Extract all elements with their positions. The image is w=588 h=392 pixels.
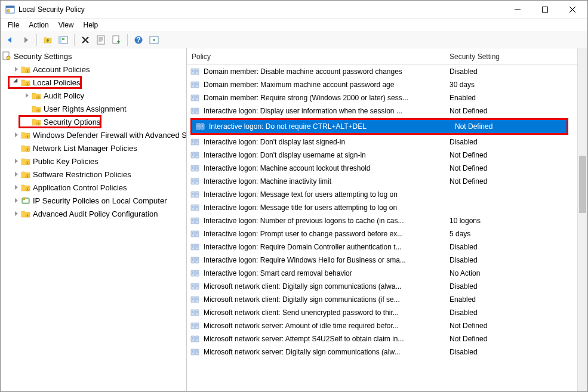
- tree-caret[interactable]: [11, 156, 21, 166]
- back-button[interactable]: [3, 33, 17, 47]
- window-title: Local Security Policy: [19, 5, 504, 14]
- policy-row[interactable]: Interactive logon: Don't display usernam…: [187, 149, 587, 162]
- policy-row[interactable]: Domain member: Disable machine account p…: [187, 65, 587, 78]
- policy-row[interactable]: Microsoft network client: Send unencrypt…: [187, 306, 587, 319]
- policy-row[interactable]: Microsoft network server: Digitally sign…: [187, 345, 587, 359]
- policy-row[interactable]: Interactive logon: Machine inactivity li…: [187, 175, 587, 188]
- properties-button[interactable]: [94, 33, 108, 47]
- policy-row[interactable]: Domain member: Require strong (Windows 2…: [187, 91, 587, 104]
- tree-node-account-policies[interactable]: Account Policies: [1, 63, 186, 76]
- policy-name: Microsoft network server: Attempt S4U2Se…: [204, 335, 445, 343]
- policy-setting: Disabled: [445, 256, 587, 264]
- policy-icon: [190, 80, 200, 89]
- policy-row[interactable]: Microsoft network client: Digitally sign…: [187, 280, 587, 293]
- policy-row[interactable]: Interactive logon: Message text for user…: [187, 188, 587, 201]
- policy-setting: 5 days: [445, 230, 587, 238]
- tree-node-ip-security-policies-on-local-computer[interactable]: IP Security Policies on Local Computer: [1, 194, 186, 207]
- tree-node-advanced-audit-policy-configuration[interactable]: Advanced Audit Policy Configuration: [1, 207, 186, 220]
- export-list-button[interactable]: [109, 33, 124, 47]
- policy-row[interactable]: Interactive logon: Don't display last si…: [187, 135, 587, 149]
- help-button[interactable]: ?: [131, 33, 146, 47]
- tree-node-public-key-policies[interactable]: Public Key Policies: [1, 155, 186, 168]
- list-panel[interactable]: Policy Security Setting Domain member: D…: [187, 48, 587, 391]
- tree-node-network-list-manager-policies[interactable]: Network List Manager Policies: [1, 141, 186, 155]
- svg-rect-3: [543, 7, 548, 12]
- tree-node-security-options[interactable]: Security Options: [1, 115, 186, 128]
- forward-button[interactable]: [19, 33, 33, 47]
- annotation-highlight: Interactive logon: Do not require CTRL+A…: [190, 118, 568, 135]
- svg-rect-1: [6, 6, 14, 8]
- delete-button[interactable]: [78, 33, 93, 47]
- tree-node-label: Public Key Policies: [33, 157, 98, 166]
- tree-caret[interactable]: [11, 169, 21, 179]
- column-header-setting[interactable]: Security Setting: [445, 53, 587, 61]
- folder-icon: [21, 143, 30, 153]
- svg-text:?: ?: [136, 36, 140, 44]
- policy-icon: [190, 347, 200, 357]
- close-button[interactable]: [559, 1, 586, 18]
- policy-icon: [190, 93, 200, 103]
- refresh-button[interactable]: [147, 33, 161, 47]
- policy-name: Microsoft network client: Digitally sign…: [204, 295, 445, 304]
- policy-icon: [190, 190, 200, 199]
- show-hide-tree-button[interactable]: [56, 33, 70, 47]
- menu-action[interactable]: Action: [24, 20, 53, 30]
- folder-icon: [32, 91, 41, 100]
- policy-setting: 10 logons: [445, 217, 587, 225]
- policy-row[interactable]: Interactive logon: Number of previous lo…: [187, 214, 587, 227]
- policy-row[interactable]: Interactive logon: Smart card removal be…: [187, 267, 587, 280]
- policy-row[interactable]: Interactive logon: Prompt user to change…: [187, 227, 587, 240]
- policy-row[interactable]: Interactive logon: Machine account locko…: [187, 162, 587, 175]
- tree-node-audit-policy[interactable]: Audit Policy: [1, 89, 186, 102]
- minimize-button[interactable]: [504, 1, 531, 18]
- tree-node-local-policies[interactable]: Local Policies: [1, 76, 186, 89]
- policy-row[interactable]: Interactive logon: Require Domain Contro…: [187, 240, 587, 254]
- svg-rect-22: [38, 97, 39, 98]
- tree-node-label: Account Policies: [33, 65, 90, 74]
- svg-rect-16: [27, 71, 28, 72]
- policy-row[interactable]: Interactive logon: Message title for use…: [187, 201, 587, 214]
- policy-icon: [190, 242, 200, 252]
- policy-row[interactable]: Domain member: Maximum machine account p…: [187, 78, 587, 91]
- tree-caret[interactable]: [11, 64, 21, 74]
- tree-node-software-restriction-policies[interactable]: Software Restriction Policies: [1, 168, 186, 181]
- up-button[interactable]: [41, 33, 55, 47]
- tree-caret[interactable]: [22, 91, 32, 100]
- tree-node-label: Audit Policy: [44, 91, 84, 100]
- tree-caret[interactable]: [11, 183, 21, 192]
- policy-row[interactable]: Microsoft network server: Amount of idle…: [187, 319, 587, 332]
- tree-node-user-rights-assignment[interactable]: User Rights Assignment: [1, 102, 186, 115]
- folder-icon: [21, 64, 30, 74]
- svg-rect-8: [113, 36, 119, 44]
- column-header-policy[interactable]: Policy: [187, 53, 445, 61]
- policy-icon: [190, 229, 200, 239]
- policy-name: Domain member: Disable machine account p…: [204, 67, 445, 76]
- policy-row[interactable]: Microsoft network server: Attempt S4U2Se…: [187, 332, 587, 345]
- tree-caret[interactable]: [11, 196, 21, 205]
- tree-caret[interactable]: [11, 209, 21, 218]
- policy-setting: Disabled: [445, 348, 587, 356]
- svg-rect-25: [38, 110, 39, 112]
- policy-row[interactable]: Interactive logon: Require Windows Hello…: [187, 254, 587, 267]
- tree-caret[interactable]: [11, 130, 21, 140]
- tree-caret[interactable]: [11, 78, 21, 87]
- policy-row[interactable]: Interactive logon: Display user informat…: [187, 104, 587, 118]
- menu-view[interactable]: View: [54, 20, 79, 30]
- policy-setting: Enabled: [445, 295, 587, 304]
- tree-caret: [22, 104, 32, 113]
- maximize-button[interactable]: [531, 1, 559, 18]
- policy-name: Interactive logon: Do not require CTRL+A…: [209, 122, 450, 131]
- policy-setting: Not Defined: [445, 164, 587, 172]
- vertical-scrollbar[interactable]: [577, 48, 587, 391]
- policy-icon: [190, 334, 200, 344]
- menu-help[interactable]: Help: [79, 20, 103, 30]
- policy-row[interactable]: Interactive logon: Do not require CTRL+A…: [192, 120, 567, 133]
- tree-node-windows-defender-firewall-with-advanced-security[interactable]: Windows Defender Firewall with Advanced …: [1, 128, 186, 141]
- menu-file[interactable]: File: [3, 20, 24, 30]
- folder-icon: [32, 117, 41, 126]
- tree-root[interactable]: Security Settings: [1, 50, 186, 63]
- tree-panel[interactable]: Security Settings Account PoliciesLocal …: [1, 48, 187, 391]
- scrollbar-thumb[interactable]: [579, 156, 586, 213]
- tree-node-application-control-policies[interactable]: Application Control Policies: [1, 181, 186, 194]
- policy-row[interactable]: Microsoft network client: Digitally sign…: [187, 293, 587, 306]
